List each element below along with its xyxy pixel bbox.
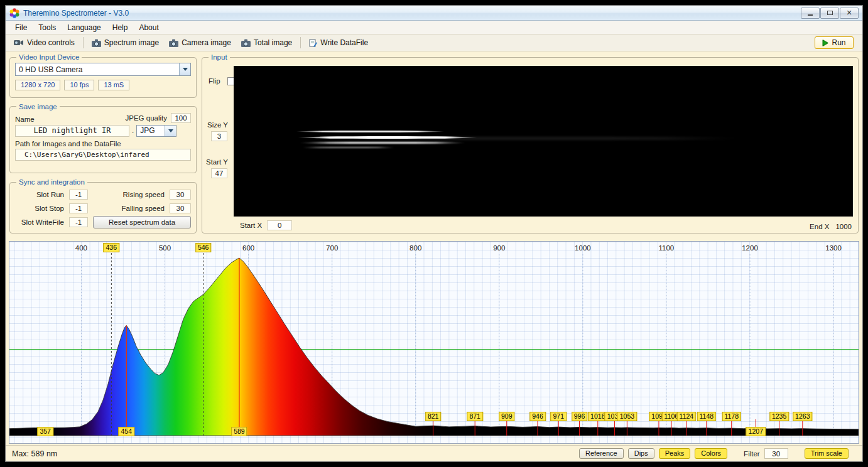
chevron-down-icon[interactable] xyxy=(179,63,190,75)
video-device-value: 0 HD USB Camera xyxy=(19,65,82,74)
rising-speed-field[interactable]: 30 xyxy=(170,190,191,200)
start-y-field[interactable]: 47 xyxy=(211,168,227,178)
colors-button[interactable]: Colors xyxy=(695,448,727,459)
jpeg-quality-field[interactable]: 100 xyxy=(171,113,191,123)
format-select[interactable]: JPG xyxy=(136,125,176,137)
close-button[interactable]: ✕ xyxy=(840,8,859,19)
peaks-button[interactable]: Peaks xyxy=(659,448,691,459)
write-datafile-button[interactable]: Write DataFile xyxy=(305,36,372,49)
spectrum-image-label: Spectrum image xyxy=(104,38,159,47)
menu-file[interactable]: File xyxy=(9,22,33,33)
peak-label: 946 xyxy=(529,412,546,421)
maximize-button[interactable] xyxy=(820,8,839,19)
calibration-label: 546 xyxy=(195,243,212,252)
spectrum-area xyxy=(9,258,859,436)
peak-label: 996 xyxy=(572,412,588,421)
run-label: Run xyxy=(832,38,845,47)
total-image-button[interactable]: Total image xyxy=(237,36,296,49)
path-label: Path for Images and the DataFile xyxy=(15,140,191,148)
titlebar: Theremino Spectrometer - V3.0 ✕ xyxy=(6,6,862,21)
chevron-down-icon[interactable] xyxy=(165,126,176,136)
image-name-field[interactable]: LED nightlight IR xyxy=(15,125,129,137)
reference-button[interactable]: Reference xyxy=(579,448,624,459)
spectrum-chart-canvas[interactable]: 4005006007008009001000110012001300436546… xyxy=(9,241,859,444)
camera-icon xyxy=(169,39,178,47)
wavelength-marker-label: 357 xyxy=(37,427,53,436)
jpeg-quality-label: JPEG quality xyxy=(126,114,167,122)
menubar: File Tools Language Help About xyxy=(6,21,862,35)
fps-badge[interactable]: 10 fps xyxy=(64,80,94,90)
menu-about[interactable]: About xyxy=(133,22,164,33)
video-input-group: Video Input Device 0 HD USB Camera 1280 … xyxy=(9,53,197,98)
slot-writefile-label: Slot WriteFile xyxy=(15,218,64,226)
camera-image-button[interactable]: Camera image xyxy=(165,36,236,49)
dips-button[interactable]: Dips xyxy=(628,448,654,459)
size-y-field[interactable]: 3 xyxy=(211,131,227,141)
start-x-field[interactable]: 0 xyxy=(267,220,292,230)
sync-group: Sync and integration Slot Run -1 Rising … xyxy=(9,178,197,234)
format-value: JPG xyxy=(140,126,155,135)
resolution-badge[interactable]: 1280 x 720 xyxy=(15,80,60,90)
toolbar: Video controls Spectrum image Camera ima… xyxy=(6,35,862,51)
latency-badge[interactable]: 13 mS xyxy=(98,80,129,90)
start-x-label: Start X xyxy=(240,222,262,229)
peak-label: 871 xyxy=(467,412,483,421)
peak-label: 821 xyxy=(425,412,442,421)
menu-language[interactable]: Language xyxy=(62,22,106,33)
peak-label: 1148 xyxy=(697,412,717,421)
x-axis-tick-label: 1300 xyxy=(825,244,842,252)
write-datafile-label: Write DataFile xyxy=(320,38,368,47)
peak-label: 1263 xyxy=(793,412,812,421)
slot-stop-field[interactable]: -1 xyxy=(69,203,88,213)
trim-scale-button[interactable]: Trim scale xyxy=(805,448,849,459)
end-x-value[interactable]: 1000 xyxy=(835,223,852,230)
video-device-select[interactable]: 0 HD USB Camera xyxy=(15,63,191,76)
save-image-group-label: Save image xyxy=(16,103,60,110)
path-field[interactable]: C:\Users\GaryG\Desktop\infared xyxy=(15,149,191,161)
calibration-label: 436 xyxy=(104,243,120,252)
camera-icon xyxy=(92,39,101,47)
x-axis-tick-label: 400 xyxy=(75,244,87,252)
name-label: Name xyxy=(15,115,35,123)
toolbar-separator xyxy=(83,37,84,48)
datafile-icon xyxy=(309,39,317,47)
diffraction-streak xyxy=(296,131,444,132)
size-y-label: Size Y xyxy=(207,121,228,129)
peak-label: 971 xyxy=(551,412,567,421)
x-axis-tick-label: 800 xyxy=(410,244,421,252)
video-info-row: 1280 x 720 10 fps 13 mS xyxy=(15,80,191,90)
flip-label: Flip xyxy=(209,77,220,85)
diffraction-streak xyxy=(299,142,466,144)
play-icon xyxy=(822,40,828,46)
falling-speed-label: Falling speed xyxy=(93,205,165,212)
app-window: Theremino Spectrometer - V3.0 ✕ File Too… xyxy=(5,5,863,462)
video-input-group-label: Video Input Device xyxy=(16,53,82,61)
video-camera-icon xyxy=(14,39,24,46)
filter-field[interactable]: 30 xyxy=(764,448,788,459)
slot-run-field[interactable]: -1 xyxy=(69,190,88,200)
x-axis-tick-label: 600 xyxy=(242,244,254,252)
end-x-label: End X xyxy=(810,223,829,230)
menu-help[interactable]: Help xyxy=(107,22,134,33)
reset-spectrum-button[interactable]: Reset spectrum data xyxy=(93,216,191,228)
peak-label: 1124 xyxy=(677,412,697,421)
diffraction-smear xyxy=(302,137,747,139)
video-controls-button[interactable]: Video controls xyxy=(9,36,79,49)
input-group-label: Input xyxy=(209,53,230,61)
window-controls: ✕ xyxy=(800,8,859,19)
close-icon: ✕ xyxy=(846,9,852,16)
slot-stop-label: Slot Stop xyxy=(15,205,64,212)
camera-preview[interactable] xyxy=(234,66,853,217)
camera-image-label: Camera image xyxy=(182,38,231,47)
x-axis-tick-label: 700 xyxy=(326,244,338,252)
run-button[interactable]: Run xyxy=(815,36,854,49)
minimize-button[interactable] xyxy=(801,8,820,19)
slot-writefile-field[interactable]: -1 xyxy=(69,217,88,227)
falling-speed-field[interactable]: 30 xyxy=(170,203,191,213)
x-axis-tick-label: 500 xyxy=(159,244,171,252)
spectrum-image-button[interactable]: Spectrum image xyxy=(87,36,163,49)
diffraction-streak xyxy=(302,147,395,148)
sync-group-label: Sync and integration xyxy=(16,178,87,186)
menu-tools[interactable]: Tools xyxy=(33,22,62,33)
filter-label: Filter xyxy=(744,450,760,458)
